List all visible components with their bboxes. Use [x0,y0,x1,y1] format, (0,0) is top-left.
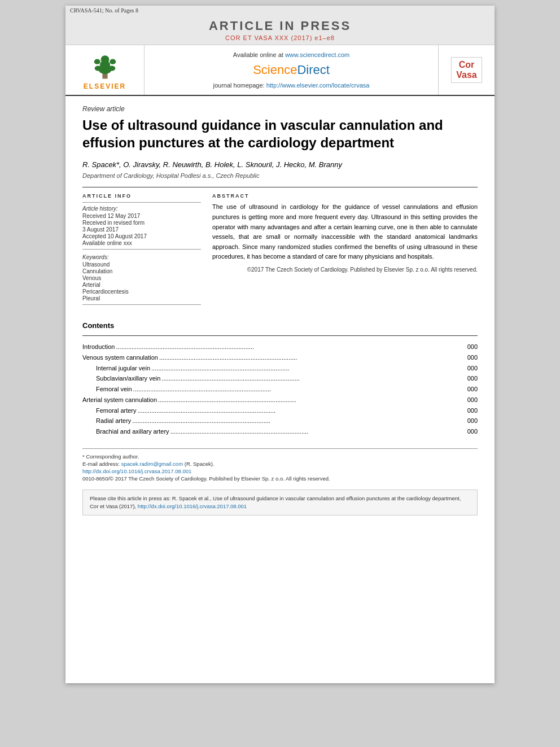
journal-info: Available online at www.sciencedirect.co… [145,45,438,95]
keyword-3: Venous [82,275,201,281]
svg-point-5 [108,65,115,71]
toc-page: 000 [462,395,478,405]
toc-label: Radial artery [96,416,131,426]
toc-label: Femoral vein [96,384,132,395]
svg-point-7 [110,59,116,64]
keyword-5: Pericardiocentesis [82,289,201,295]
info-divider-1 [82,202,201,203]
info-divider-2 [82,249,201,250]
sciencedirect-logo: ScienceDirect [253,63,330,77]
doi-link[interactable]: http://dx.doi.org/10.1016/j.crvasa.2017.… [82,468,478,474]
toc-label: Subclavian/axillary vein [96,373,160,384]
toc-label: Introduction [82,342,115,352]
toc-page: 000 [462,342,478,352]
aip-banner: ARTICLE IN PRESS COR ET VASA XXX (2017) … [65,15,495,45]
svg-point-3 [100,55,109,64]
toc-item: Subclavian/axillary vein ...............… [82,373,478,384]
toc-label: Arterial system cannulation [82,395,157,405]
toc-dots: ........................................… [132,416,461,426]
aip-journal: COR ET VASA XXX (2017) e1–e8 [65,34,495,41]
divider-1 [82,187,478,187]
available-online: Available online xxx [82,240,201,246]
toc-dots: ........................................… [170,426,461,437]
journal-homepage: journal homepage: http://www.elsevier.co… [213,82,370,89]
toc-item: Brachial and axillary artery ...........… [82,426,478,437]
available-online-text: Available online at www.sciencedirect.co… [233,51,349,58]
toc-dots: ........................................… [159,352,461,363]
top-bar: CRVASA-541; No. of Pages 8 [65,6,495,15]
toc-page: 000 [462,352,478,363]
author-email[interactable]: spacek.radim@gmail.com [121,461,183,467]
email-line: E-mail address: spacek.radim@gmail.com (… [82,461,478,467]
abstract-text: The use of ultrasound in cardiology for … [212,202,478,262]
cor-text: Cor [456,60,476,70]
svg-point-6 [94,59,100,64]
toc-dots: ........................................… [151,363,461,374]
toc-dots: ........................................… [116,342,461,352]
info-divider-3 [82,304,201,305]
svg-rect-0 [102,73,107,78]
vasa-text: Vasa [456,70,476,80]
aip-title: ARTICLE IN PRESS [65,19,495,33]
affiliation: Department of Cardiology, Hospital Podle… [82,172,478,179]
contents-section: Contents Introduction ..................… [82,321,478,436]
toc-container: Introduction ...........................… [82,342,478,436]
toc-page: 000 [462,373,478,384]
toc-item: Arterial system cannulation ............… [82,395,478,405]
toc-dots: ........................................… [158,395,461,405]
article-title: Use of ultrasound guidance in vascular c… [82,116,478,151]
toc-page: 000 [462,363,478,374]
toc-item: Femoral artery .........................… [82,405,478,416]
article-ref: CRVASA-541; No. of Pages 8 [70,7,138,14]
toc-item: Internal jugular vein ..................… [82,363,478,374]
contents-divider [82,335,478,336]
toc-page: 000 [462,384,478,395]
elsevier-text: ELSEVIER [84,82,126,90]
toc-dots: ........................................… [138,405,461,416]
toc-dots: ........................................… [161,373,461,384]
article-type: Review article [82,105,478,113]
toc-page: 000 [462,405,478,416]
corresponding-author-note: * Corresponding author. [82,453,478,460]
citation-doi-link[interactable]: http://dx.doi.org/10.1016/j.crvasa.2017.… [138,503,247,509]
abstract-column: ABSTRACT The use of ultrasound in cardio… [212,193,478,308]
abstract-heading: ABSTRACT [212,193,478,199]
journal-url[interactable]: http://www.elsevier.com/locate/crvasa [266,82,370,89]
toc-item: Radial artery ..........................… [82,416,478,426]
accepted-date: Accepted 10 August 2017 [82,233,201,239]
keywords-label: Keywords: [82,254,201,260]
revised-date: 3 August 2017 [82,226,201,233]
keyword-1: Ultrasound [82,261,201,268]
revised-label: Received in revised form [82,220,201,226]
contents-title: Contents [82,321,478,330]
elsevier-logo-block: ELSEVIER [65,45,145,95]
article-info-heading: ARTICLE INFO [82,193,201,199]
toc-label: Femoral artery [96,405,137,416]
svg-point-4 [94,65,102,71]
footer-copyright: 0010-8650/© 2017 The Czech Society of Ca… [82,475,478,482]
header-section: ELSEVIER Available online at www.science… [65,45,495,96]
cor-vasa-logo-block: Cor Vasa [438,45,495,95]
authors: R. Spacek*, O. Jiravsky, R. Neuwirth, B.… [82,160,478,169]
toc-item: Venous system cannulation ..............… [82,352,478,363]
sciencedirect-url[interactable]: www.sciencedirect.com [285,51,349,58]
keyword-4: Arterial [82,282,201,288]
footer-section: * Corresponding author. E-mail address: … [82,448,478,482]
main-content: Review article Use of ultrasound guidanc… [65,96,495,525]
page: CRVASA-541; No. of Pages 8 ARTICLE IN PR… [65,6,495,683]
article-info-column: ARTICLE INFO Article history: Received 1… [82,193,201,308]
abstract-copyright: ©2017 The Czech Society of Cardiology. P… [212,267,478,273]
citation-box: Please cite this article in press as: R.… [82,490,478,516]
toc-label: Venous system cannulation [82,352,158,363]
elsevier-tree-icon [85,50,125,81]
received-date: Received 12 May 2017 [82,213,201,219]
toc-page: 000 [462,426,478,437]
toc-item: Introduction ...........................… [82,342,478,352]
toc-label: Brachial and axillary artery [96,426,169,437]
toc-label: Internal jugular vein [96,363,150,374]
history-label: Article history: [82,206,201,212]
toc-page: 000 [462,416,478,426]
keyword-2: Cannulation [82,268,201,274]
keyword-6: Pleural [82,295,201,302]
two-col-section: ARTICLE INFO Article history: Received 1… [82,193,478,308]
